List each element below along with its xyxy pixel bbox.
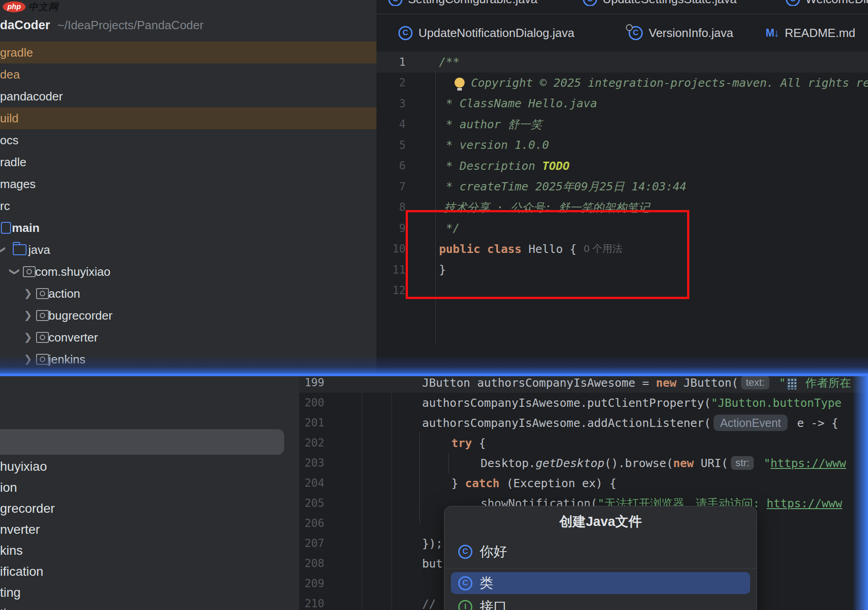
highlighted-tree-row[interactable] [0, 429, 284, 455]
folder-icon [13, 244, 26, 255]
tree-item-nverter[interactable]: nverter [0, 522, 40, 537]
watermark-site-text: 中文网 [28, 0, 58, 13]
editor-tabbar: CUpdateNotificationDialog.javaCVersionIn… [376, 14, 868, 52]
popup-item-label: 类 [480, 574, 493, 593]
tree-item-bugrecorder[interactable]: ❯bugrecorder [0, 305, 376, 326]
code-text: new [673, 457, 693, 470]
tree-item-grecorder[interactable]: grecorder [0, 501, 55, 516]
code-content: Desktop.getDesktop().browse(new URI(str:… [392, 456, 846, 470]
tree-item-huyixiao[interactable]: huyixiao [0, 459, 47, 474]
tab-SettingConfigurable.java[interactable]: CSettingConfigurable.java [388, 0, 537, 6]
code-line-201[interactable]: 201authorsCompanyIsAwesome.addActionList… [299, 413, 868, 433]
tree-item-kins[interactable]: kins [0, 543, 23, 558]
tree-item-ification[interactable]: ification [0, 564, 43, 579]
code-text: * createTime 2025年09月25日 14:03:44 [446, 179, 687, 194]
chevron-right-icon[interactable]: ❯ [24, 310, 32, 321]
line-number: 2 [376, 76, 435, 89]
code-content: JButton authorsCompanyIsAwesome = new JB… [392, 376, 851, 390]
code-line-5[interactable]: 5* version 1.0.0 [376, 135, 868, 156]
code-text: authorsCompanyIsAwesome.putClientPropert… [422, 396, 711, 410]
tab-VersionInfo.java[interactable]: CVersionInfo.java [629, 14, 733, 52]
chevron-down-icon[interactable]: ❯ [0, 246, 6, 254]
code-line-2[interactable]: 2Copyright © 2025 integration-projects-m… [376, 73, 868, 94]
tree-item-dea[interactable]: dea [0, 63, 376, 85]
tree-item-tings[interactable]: tings [0, 606, 27, 610]
code-content: * createTime 2025年09月25日 14:03:44 [435, 179, 687, 194]
code-line-3[interactable]: 3* ClassName Hello.java [376, 93, 868, 114]
code-text: try [451, 436, 472, 450]
code-text: ().browse( [604, 457, 673, 470]
project-header[interactable]: daCoder ~/IdeaProjects/PandaCoder [0, 17, 204, 33]
class-icon: C [583, 0, 597, 6]
code-text: "JButton.buttonType [711, 396, 842, 410]
tab-README.md[interactable]: M↓README.md [766, 14, 855, 52]
code-text: " [757, 457, 770, 470]
annotation-rectangle-class-hello [406, 210, 689, 299]
line-number: 199 [299, 376, 362, 389]
code-line-7[interactable]: 7* createTime 2025年09月25日 14:03:44 [376, 176, 868, 197]
line-number: 200 [299, 396, 362, 409]
class-icon: C [458, 576, 472, 590]
code-line-202[interactable]: 202try { [299, 433, 868, 453]
markdown-icon: M↓ [766, 27, 779, 39]
lightbulb-icon [455, 78, 465, 88]
tree-item-ion[interactable]: ion [0, 480, 17, 495]
code-line-199[interactable]: 199JButton authorsCompanyIsAwesome = new… [299, 376, 868, 393]
code-line-4[interactable]: 4* author 舒一笑 [376, 114, 868, 135]
tree-item-ocs[interactable]: ocs [0, 129, 376, 151]
code-line-203[interactable]: 203Desktop.getDesktop().browse(new URI(s… [299, 453, 868, 473]
chevron-right-icon[interactable]: ❯ [24, 331, 32, 343]
tree-item-ting[interactable]: ting [0, 585, 21, 600]
line-number: 1 [376, 56, 435, 68]
tree-item-main[interactable]: main [0, 217, 376, 239]
tree-item-label: action [48, 287, 80, 301]
code-content: * ClassName Hello.java [435, 97, 597, 110]
tree-item-mages[interactable]: mages [0, 173, 376, 195]
code-line-204[interactable]: 204} catch (Exception ex) { [299, 473, 868, 493]
tree-item-pandacoder[interactable]: pandacoder [0, 85, 376, 107]
tab-UpdateSettingsState.java[interactable]: CUpdateSettingsState.java [583, 0, 736, 6]
blue-section-divider [0, 355, 868, 376]
code-text: * Description [446, 159, 542, 173]
tree-item-converter[interactable]: ❯converter [0, 326, 376, 348]
tree-item-action[interactable]: ❯action [0, 283, 376, 305]
tree-item-com.shuyixiao[interactable]: ❯com.shuyixiao [0, 261, 376, 283]
popup-item-你好[interactable]: C你好 [451, 541, 750, 563]
code-line-6[interactable]: 6* Description TODO [376, 156, 868, 177]
popup-item-接口[interactable]: I接口 [451, 596, 750, 610]
popup-item-类[interactable]: C类 [451, 572, 750, 594]
tree-item-gradle[interactable]: gradle [0, 42, 376, 63]
code-text: catch [465, 477, 499, 490]
tree-item-uild[interactable]: uild [0, 107, 376, 129]
popup-separator [445, 568, 757, 568]
code-editor-top[interactable]: 1/**2Copyright © 2025 integration-projec… [376, 52, 868, 361]
interface-icon: I [458, 600, 472, 610]
code-text: 作者所在 [799, 376, 851, 390]
code-line-1[interactable]: 1/** [376, 52, 868, 73]
tree-item-label: gradle [0, 46, 33, 60]
tab-UpdateNotificationDialog.java[interactable]: CUpdateNotificationDialog.java [398, 14, 574, 52]
line-number: 3 [376, 97, 435, 110]
line-number: 209 [299, 577, 362, 590]
code-text: URI( [694, 457, 728, 470]
project-tree-panel-zoomed: huyixiaoiongrecordernverterkinsification… [0, 376, 299, 610]
tab-WelcomeDia[interactable]: CWelcomeDia [786, 0, 868, 6]
parameter-hint-pill: text: [741, 376, 769, 389]
editor-tabbar-back-row: CSettingConfigurable.javaCUpdateSettings… [376, 0, 868, 6]
code-content: try { [392, 436, 486, 450]
tree-item-rc[interactable]: rc [0, 195, 376, 217]
line-number: 201 [299, 416, 362, 429]
tree-item-radle[interactable]: radle [0, 151, 376, 173]
line-number: 202 [299, 436, 362, 449]
tree-item-label: main [12, 221, 40, 235]
chevron-down-icon[interactable]: ❯ [9, 268, 21, 276]
project-name: daCoder [0, 18, 50, 32]
code-text: getDesktop [535, 457, 604, 470]
code-line-200[interactable]: 200authorsCompanyIsAwesome.putClientProp… [299, 393, 868, 413]
code-content: authorsCompanyIsAwesome.addActionListene… [392, 415, 838, 431]
editor-region: CSettingConfigurable.javaCUpdateSettings… [376, 0, 868, 376]
code-text: * author 舒一笑 [446, 117, 542, 132]
ide-window: php 中文网 daCoder ~/IdeaProjects/PandaCode… [0, 0, 868, 610]
chevron-right-icon[interactable]: ❯ [24, 288, 32, 300]
tree-item-java[interactable]: ❯java [0, 239, 376, 261]
